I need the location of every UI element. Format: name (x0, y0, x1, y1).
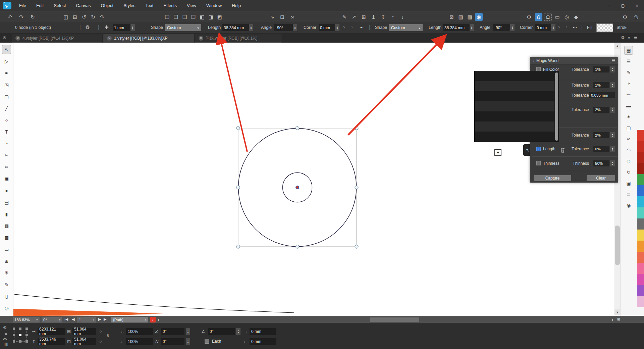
thinness-field[interactable]: 50% (593, 160, 609, 166)
tab-close-icon[interactable]: ✕ (15, 36, 20, 41)
tolerance-field[interactable]: 2% (593, 107, 609, 113)
effects-icon[interactable]: ✶ (624, 112, 633, 121)
image-tool[interactable]: ▣ (2, 174, 11, 183)
dropdown-list-item[interactable] (475, 111, 554, 121)
close-all-icon[interactable]: ⊗ (3, 35, 6, 40)
raise-icon[interactable]: ↑ (389, 13, 397, 21)
sphere-tool[interactable]: ◔ (2, 139, 11, 148)
chamfer-corner-icon[interactable]: ◝ (351, 24, 353, 30)
marquee-tool[interactable]: ▢ (2, 92, 11, 101)
select-tool[interactable]: ↖ (2, 45, 11, 54)
pencil-panel-icon[interactable]: ✏ (624, 90, 633, 99)
swatches-icon[interactable]: ▦ (624, 46, 633, 55)
each-checkbox[interactable] (205, 339, 209, 344)
corner-field-2[interactable]: 0 mm ▲▼ (535, 24, 555, 31)
add-node-button[interactable]: + (494, 149, 501, 156)
code-icon[interactable]: <> (3, 337, 6, 342)
rectangle-tool[interactable]: ▭ (2, 245, 11, 254)
horizontal-scroll-thumb[interactable] (370, 317, 419, 322)
history-icon[interactable]: ↻ (624, 168, 633, 177)
link-dimensions-icon[interactable]: ∞ (106, 334, 111, 337)
maximize-button[interactable]: ▢ (616, 0, 630, 11)
color-swatch[interactable] (637, 285, 644, 296)
shape-select-2[interactable]: Custom∨ (389, 24, 423, 31)
hatch-fill-icon[interactable]: ▧ (466, 13, 474, 21)
scale-y-field[interactable]: 100% (126, 338, 153, 345)
color-swatch[interactable] (637, 296, 644, 307)
unlink-icon[interactable]: ∞ (288, 13, 296, 21)
length-checkbox[interactable]: ✓ (536, 147, 541, 151)
color-swatch[interactable] (637, 263, 644, 274)
prev-page-icon[interactable]: ◀ (72, 317, 74, 321)
color-swatch[interactable] (637, 174, 644, 185)
color-swatch[interactable] (637, 207, 644, 218)
align-panel-icon[interactable]: ≣ (624, 190, 633, 199)
color-swatch[interactable] (637, 152, 644, 163)
corner-field[interactable]: 0 mm ▲▼ (319, 24, 339, 31)
brush-panel-icon[interactable]: ✑ (624, 79, 633, 88)
menu-effects[interactable]: Effects (158, 0, 182, 11)
exclude-icon[interactable]: ◧ (198, 13, 206, 21)
menu-view[interactable]: View (182, 0, 201, 11)
transparency-icon[interactable]: ▨ (457, 13, 465, 21)
first-page-icon[interactable]: |◀ (64, 317, 68, 321)
position-y-field[interactable]: 3533.746 mm (38, 338, 65, 345)
color-swatch[interactable] (637, 274, 644, 285)
color-swatch[interactable] (637, 130, 644, 141)
ellipse-tool[interactable]: ○ (2, 115, 11, 124)
knife-tool[interactable]: ✂ (2, 151, 11, 160)
preferences-icon[interactable]: ⚙ (621, 13, 629, 21)
color-swatch[interactable] (637, 230, 644, 241)
dropdown-list-item[interactable] (475, 132, 554, 142)
magic-wand-header[interactable]: ↕ Magic Wand ☰ (530, 57, 618, 64)
panel-drag-icon[interactable]: ↕ (533, 59, 535, 62)
dropper-tool[interactable]: ✎ (2, 280, 11, 289)
clear-button[interactable]: Clear (587, 175, 615, 181)
color-swatch[interactable] (637, 252, 644, 263)
menu-select[interactable]: Select (49, 0, 71, 11)
snap-selection-icon[interactable]: Ω (544, 13, 552, 21)
rotate-180-icon[interactable]: ↷ (98, 13, 106, 21)
color-swatch[interactable] (637, 218, 644, 230)
menu-object[interactable]: Object (96, 0, 119, 11)
intersect-icon[interactable]: ❒ (190, 13, 197, 21)
menu-styles[interactable]: Styles (118, 0, 140, 11)
dock-list-icon[interactable]: ☰ (634, 35, 638, 40)
symbol-panel-icon[interactable]: ◉ (624, 201, 633, 210)
shape-builder-icon[interactable]: ◆ (572, 13, 580, 21)
page-number-select[interactable]: 1∨ (77, 317, 96, 322)
flip-horizontal-icon[interactable]: ◫ (62, 13, 70, 21)
deselect-icon[interactable]: ⊗ (3, 325, 7, 330)
offset-x-field[interactable]: 0 mm (250, 328, 276, 335)
distribute-icon[interactable]: |||| (4, 342, 8, 346)
last-page-icon[interactable]: ▶| (104, 317, 107, 321)
next-page-icon[interactable]: ▶ (98, 317, 101, 321)
vertical-scroll-thumb[interactable] (615, 226, 620, 265)
align-top-icon[interactable]: ↥ (370, 13, 377, 21)
document-tab-2[interactable]: ✕ 1.vstyler [RGB] [@183.8%]XP (103, 34, 194, 43)
blend-icon[interactable]: ◉ (475, 13, 483, 21)
document-tab-1[interactable]: ✕ 4.vstyler [RGB] [@14.1%]XP (12, 34, 102, 43)
spray-tool[interactable]: ✳ (2, 268, 11, 277)
round-corner-icon[interactable]: ◝ (343, 24, 344, 30)
edit-shape-icon[interactable]: ✎ (340, 13, 348, 21)
lock-width-icon[interactable]: ○ (99, 329, 102, 334)
shapes-panel-icon[interactable]: ◇ (624, 157, 633, 165)
lower-icon[interactable]: ↓ (399, 13, 407, 21)
equalize-icon[interactable]: ＝ (4, 331, 8, 337)
sync-icon[interactable]: ↻ (29, 13, 37, 21)
curve-icon[interactable]: ∿ (268, 13, 276, 21)
menu-canvas[interactable]: Canvas (71, 0, 96, 11)
snap-icon[interactable]: Ω (535, 13, 542, 21)
grid-toggle-icon[interactable]: ⊞ (617, 317, 620, 321)
length-field-2[interactable]: 38.384 mm ▲▼ (443, 24, 474, 31)
align-bottom-icon[interactable]: ↧ (379, 13, 387, 21)
tolerance-field[interactable]: 1% (593, 66, 609, 72)
dropdown-list-item[interactable] (475, 101, 554, 111)
color-swatch[interactable] (637, 163, 644, 174)
tolerance-field[interactable]: 0.035 mm (589, 92, 615, 98)
print-icon[interactable]: ⎙ (632, 13, 640, 21)
dock-collapse-icon[interactable]: « (628, 35, 630, 40)
layers-icon[interactable]: ☰ (624, 57, 633, 66)
color-swatch[interactable] (637, 185, 644, 196)
